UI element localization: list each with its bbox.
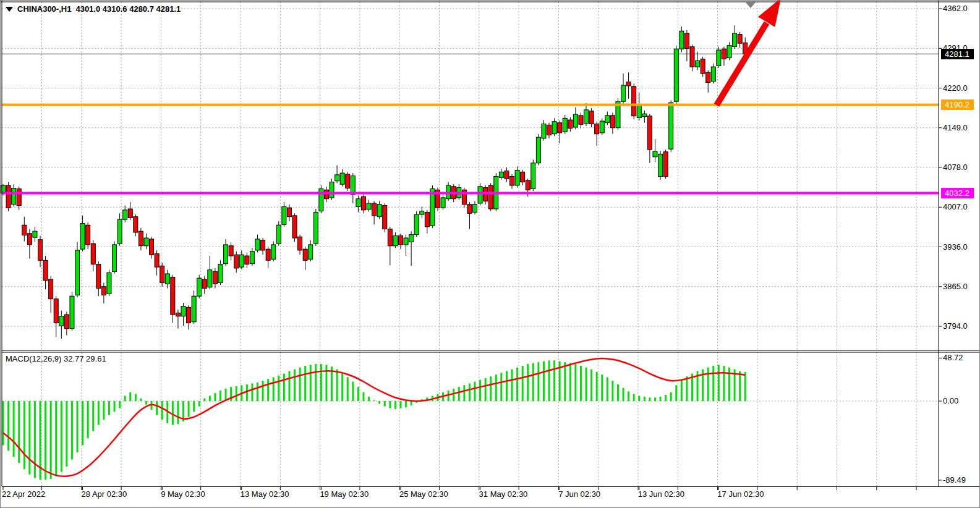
trading-chart-window: CHINA300-,H1 4301.0 4310.6 4280.7 4281.1…	[0, 0, 980, 508]
chart-canvas[interactable]	[1, 1, 980, 508]
